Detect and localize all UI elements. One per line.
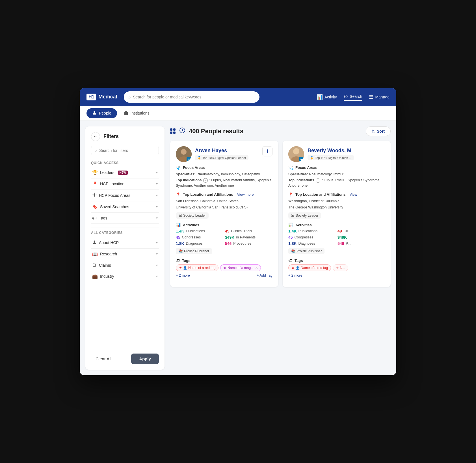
more-tags-link[interactable]: + 2 more xyxy=(176,274,190,277)
activities-label-2: Activities xyxy=(295,223,312,227)
filter-item-leaders[interactable]: 🏆 Leaders NEW ▾ xyxy=(91,167,159,178)
chevron-down-icon: ▾ xyxy=(156,274,158,278)
location-section: 📍 Top Location and Affiliations View mor… xyxy=(176,192,272,219)
briefcase-icon: 💼 xyxy=(92,274,98,279)
filter-tags-label: Tags xyxy=(99,216,107,220)
chevron-down-icon: ▾ xyxy=(156,205,158,209)
clear-all-button[interactable]: Clear All xyxy=(91,354,116,364)
section-divider xyxy=(91,227,159,227)
clinical-trials-label: Clinical Trials xyxy=(231,229,252,233)
back-button[interactable]: ← xyxy=(91,132,100,141)
tab-people[interactable]: People xyxy=(86,108,117,118)
diagnoses-label: Diagnoses xyxy=(186,242,203,246)
chevron-down-icon: ▾ xyxy=(156,241,158,245)
circle-icon: ⊙ xyxy=(344,93,348,100)
activity-clinical-2: 49 Cli... xyxy=(337,229,385,233)
clinical-label-2: Cli... xyxy=(344,229,351,233)
card-name-2: Beverly Woods, M xyxy=(308,148,354,154)
filter-saved-searches-label: Saved Searches xyxy=(100,204,129,209)
filter-item-industry[interactable]: 💼 Industry ▾ xyxy=(91,271,159,282)
grid-view-icon[interactable] xyxy=(170,128,176,134)
activity-diagnoses-2: 1.8K Diagnoses xyxy=(288,241,336,246)
svg-point-0 xyxy=(94,111,95,113)
filter-search-input[interactable] xyxy=(99,148,155,153)
download-button[interactable]: ⬇ xyxy=(262,146,272,156)
add-tag-button[interactable]: + Add Tag xyxy=(257,274,272,277)
tags-label-2: Tags xyxy=(295,259,303,263)
info-icon-2: i xyxy=(316,178,320,183)
results-header-left: 400 People results xyxy=(170,127,243,135)
view-more-link[interactable]: View more xyxy=(237,193,254,197)
list-view-icon[interactable] xyxy=(179,127,185,135)
focus-areas-section: 🩺 Focus Areas Specialties: Rheumatology,… xyxy=(176,165,272,188)
tag-star-icon-2: ★ xyxy=(223,266,226,270)
filter-item-saved-searches[interactable]: 🔖 Saved Searches ▾ xyxy=(91,201,159,213)
publications-count-2: 1.4K xyxy=(288,229,297,233)
filter-item-tags[interactable]: 🏷 Tags ▾ xyxy=(91,213,159,224)
sort-label: Sort xyxy=(377,129,385,133)
congresses-label-2: Congresses xyxy=(295,235,313,239)
dol-icon: 🏅 xyxy=(197,156,201,160)
chevron-down-icon: ▾ xyxy=(156,252,158,256)
view-more-link-2[interactable]: View xyxy=(350,193,357,197)
tag-star-icon-3: ★ xyxy=(291,266,295,270)
activities-grid: 1.4K Publications 49 Clinical Trials 45 … xyxy=(176,229,272,246)
nav-search-bar[interactable]: ⌕ xyxy=(124,91,259,103)
person-icon xyxy=(92,111,97,116)
filter-item-hcp-location[interactable]: 📍 HCP Location ▾ xyxy=(91,178,159,190)
dol-badge-2: 🏅 Top 10% Digital Opinion ... xyxy=(308,155,354,160)
linkedin-badge-2: in xyxy=(299,157,304,162)
filter-item-claims[interactable]: 🗒 Claims ▾ xyxy=(91,260,159,271)
filter-item-research[interactable]: 📖 Research ▾ xyxy=(91,249,159,260)
location-section-2: 📍 Top Location and Affiliations View Was… xyxy=(288,192,385,219)
card-name: Arwen Hayes xyxy=(195,148,248,154)
filter-item-about-hcp[interactable]: About HCP ▾ xyxy=(91,237,159,249)
prolific-badge-2: 📚 Prolific Publisher xyxy=(288,248,324,254)
location-pin-icon: 📍 xyxy=(176,192,181,197)
payments-count: $49K xyxy=(225,235,234,240)
nav-search-action[interactable]: ⊙ Search xyxy=(344,93,362,101)
payments-count-2: $49K xyxy=(337,235,347,240)
location-label: Top Location and Affiliations xyxy=(183,192,233,197)
tag-star-icon: ★ xyxy=(179,266,182,270)
procedures-count-2: 546 xyxy=(337,241,344,246)
list-icon: ☰ xyxy=(369,94,373,100)
apply-button[interactable]: Apply xyxy=(131,354,159,364)
sort-button[interactable]: ⇅ Sort xyxy=(366,126,391,136)
activities-grid-2: 1.4K Publications 49 Cli... 45 Congresse… xyxy=(288,229,385,246)
nav-manage[interactable]: ☰ Manage xyxy=(369,94,390,100)
nav-search-input[interactable] xyxy=(133,95,255,99)
publications-label: Publications xyxy=(186,229,205,233)
location-pin-icon-2: 📍 xyxy=(288,192,293,197)
tag-person-icon: 👤 xyxy=(183,266,187,270)
more-tags-link-2[interactable]: + 2 more xyxy=(288,274,302,277)
avatar: in xyxy=(176,146,192,162)
tag-red-clipped: ★ N... xyxy=(333,264,348,271)
tag-person-icon-2: 👤 xyxy=(296,266,300,270)
nav-activity[interactable]: 📊 Activity xyxy=(317,94,337,100)
filter-search-bar[interactable]: ⌕ xyxy=(91,146,159,155)
all-categories-label: All Categories xyxy=(91,231,159,235)
location-line-2: Washington, District of Columbia, ... xyxy=(288,199,385,204)
person-card-arwen-hayes: in Arwen Hayes 🏅 Top 10% Digital Opinion… xyxy=(170,141,278,287)
filter-hcp-focus-areas-label: HCP Focus Areas xyxy=(99,193,130,198)
activities-section-2: 📊 Activities 1.4K Publications 49 Cli... xyxy=(288,223,385,254)
bar-chart-icon: 📊 xyxy=(317,94,323,100)
tags-row: ★ 👤 Name of a red tag ★ Name of a mag...… xyxy=(176,264,272,271)
focus-icon xyxy=(92,193,97,198)
society-badge-2: 🏛 Society Leader xyxy=(288,212,321,219)
location-label-2: Top Location and Affiliations xyxy=(295,192,346,197)
activity-payments: $49K in Payments xyxy=(225,235,272,240)
tag-red-2: ★ 👤 Name of a red tag xyxy=(288,264,331,271)
activities-icon: 📊 xyxy=(176,223,181,227)
tag-close-button[interactable]: ✕ xyxy=(255,266,258,270)
location-line: San Fransisco, California, United States xyxy=(176,199,272,204)
avatar-2: in xyxy=(288,146,304,162)
filter-item-hcp-focus-areas[interactable]: HCP Focus Areas ▾ xyxy=(91,190,159,201)
diagnoses-count: 1.8K xyxy=(176,241,184,246)
tags-footer: + 2 more + Add Tag xyxy=(176,274,272,277)
tab-institutions[interactable]: Institutions xyxy=(118,108,155,118)
sort-icon: ⇅ xyxy=(372,129,375,133)
nav-logo: H1 Medical xyxy=(86,94,117,100)
filters-panel: ← Filters ⌕ Quick Access 🏆 Leaders NEW ▾ xyxy=(85,126,165,370)
